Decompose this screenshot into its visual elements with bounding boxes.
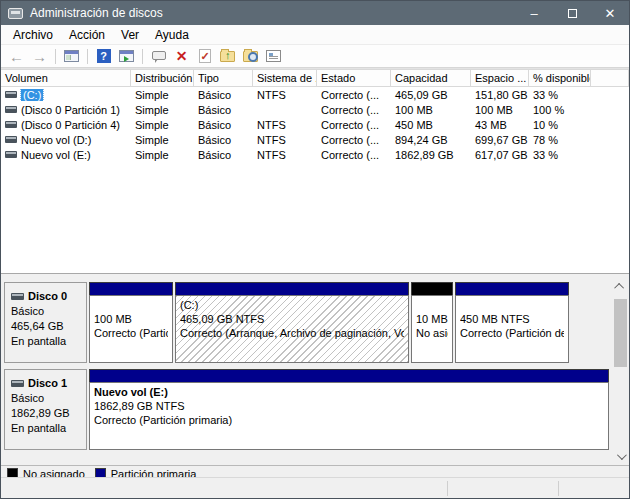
toolbar: ← → ? ✕ [1, 45, 629, 68]
volume-name: Nuevo vol (E:) [21, 149, 91, 161]
back-button[interactable]: ← [6, 47, 27, 66]
type-cell: Básico [194, 119, 253, 131]
table-row[interactable]: (Disco 0 Partición 4)SimpleBásicoNTFSCor… [1, 117, 629, 132]
column-header[interactable]: Tipo [194, 70, 253, 86]
partition-strip: Nuevo vol (E:)1862,89 GB NTFSCorrecto (P… [89, 369, 609, 452]
menu-item-archivo[interactable]: Archivo [5, 26, 61, 44]
disk-icon [11, 293, 24, 300]
partition-name: Nuevo vol (E:) [94, 385, 604, 399]
back-icon: ← [9, 49, 24, 64]
column-header-filler [591, 70, 629, 86]
maximize-button[interactable] [553, 1, 591, 25]
delete-button[interactable]: ✕ [171, 47, 192, 66]
column-header[interactable]: Distribución [131, 70, 194, 86]
screentip-icon [152, 51, 166, 60]
console-tree-button[interactable] [61, 47, 82, 66]
volume-icon [5, 151, 17, 158]
table-row[interactable]: Nuevo vol (D:)SimpleBásicoNTFSCorrecto (… [1, 132, 629, 147]
disk-size: 1862,89 GB [11, 406, 81, 421]
chevron-down-icon [617, 450, 627, 460]
vertical-scrollbar[interactable] [612, 278, 629, 465]
volume-name: (Disco 0 Partición 1) [21, 104, 120, 116]
partition-size: 100 MB [94, 312, 168, 326]
partition-stripe [411, 282, 453, 295]
type-cell: Básico [194, 149, 253, 161]
console-tree-icon [64, 50, 79, 62]
partition[interactable]: 10 MBNo asignado [411, 282, 453, 363]
table-row[interactable]: Nuevo vol (E:)SimpleBásicoNTFSCorrecto (… [1, 147, 629, 162]
column-header[interactable]: % disponible [529, 70, 591, 86]
scroll-down-button[interactable] [612, 448, 629, 465]
partition[interactable]: 450 MB NTFSCorrecto (Partición de [455, 282, 569, 363]
volume-icon [5, 136, 17, 143]
menu-item-ayuda[interactable]: Ayuda [147, 26, 197, 44]
partition-status: Correcto (Partición primaria) [94, 413, 604, 427]
volume-cell: (C:) [1, 89, 131, 101]
disk-title: Disco 1 [11, 376, 81, 391]
table-row[interactable]: (C:)SimpleBásicoNTFSCorrecto (...465,09 … [1, 87, 629, 102]
column-header[interactable]: Estado [317, 70, 391, 86]
free-space-cell: 617,07 GB [471, 149, 529, 161]
disk-status: En pantalla [11, 334, 81, 349]
screentip-button[interactable] [148, 47, 169, 66]
disk-label-0[interactable]: Disco 0Básico465,64 GBEn pantalla [4, 282, 87, 363]
partition[interactable]: Nuevo vol (E:)1862,89 GB NTFSCorrecto (P… [89, 369, 609, 450]
percent-free-cell: 33 % [529, 89, 591, 101]
menu-item-ver[interactable]: Ver [113, 26, 147, 44]
partition-size: 1862,89 GB NTFS [94, 399, 604, 413]
properties-button[interactable] [263, 47, 284, 66]
help-button[interactable]: ? [93, 47, 114, 66]
disk-name: Disco 0 [28, 289, 67, 304]
scrollbar-thumb[interactable] [614, 299, 627, 367]
partition-box: 10 MBNo asignado [411, 295, 453, 363]
volume-icon [5, 106, 17, 113]
action-pane-button[interactable] [116, 47, 137, 66]
layout-cell: Simple [131, 119, 194, 131]
maximize-icon [568, 9, 577, 18]
partition-stripe [455, 282, 569, 295]
table-row[interactable]: (Disco 0 Partición 1)SimpleBásicoCorrect… [1, 102, 629, 117]
statusbar-separator [447, 481, 448, 496]
column-header[interactable]: Espacio ... [471, 70, 529, 86]
status-cell: Correcto (... [317, 89, 391, 101]
app-icon [8, 8, 23, 19]
column-header[interactable]: Sistema de ... [253, 70, 317, 86]
volume-cell: Nuevo vol (E:) [1, 149, 131, 161]
disk-size: 465,64 GB [11, 319, 81, 334]
scroll-up-button[interactable] [612, 278, 629, 295]
folder-search-button[interactable] [240, 47, 261, 66]
layout-cell: Simple [131, 149, 194, 161]
filesystem-cell: NTFS [253, 89, 317, 101]
percent-free-cell: 33 % [529, 149, 591, 161]
partition-status: Correcto (Partición de [460, 326, 564, 340]
disk-icon [11, 380, 24, 387]
partition-name [94, 298, 168, 312]
minimize-button[interactable]: – [515, 1, 553, 25]
toolbar-separator [55, 49, 56, 64]
folder-up-button[interactable] [217, 47, 238, 66]
column-header[interactable]: Capacidad [391, 70, 471, 86]
status-cell: Correcto (... [317, 104, 391, 116]
disk-status: En pantalla [11, 421, 81, 436]
forward-icon: → [32, 49, 47, 64]
toolbar-separator [142, 49, 143, 64]
partition-status: Correcto (Partic [94, 326, 168, 340]
partition[interactable]: 100 MBCorrecto (Partic [89, 282, 173, 363]
check-page-icon [199, 49, 211, 63]
free-space-cell: 699,67 GB [471, 134, 529, 146]
partition-status: No asignado [416, 326, 448, 340]
partition-box: (C:)465,09 GB NTFSCorrecto (Arranque, Ar… [175, 295, 409, 363]
menu-item-acción[interactable]: Acción [61, 26, 113, 44]
capacity-cell: 100 MB [391, 104, 471, 116]
disk-label-1[interactable]: Disco 1Básico1862,89 GBEn pantalla [4, 369, 87, 450]
partition[interactable]: (C:)465,09 GB NTFSCorrecto (Arranque, Ar… [175, 282, 409, 363]
check-button[interactable] [194, 47, 215, 66]
disk-band-0: Disco 0Básico465,64 GBEn pantalla100 MBC… [1, 280, 611, 367]
percent-free-cell: 10 % [529, 119, 591, 131]
forward-button[interactable]: → [29, 47, 50, 66]
close-button[interactable]: ✕ [591, 1, 629, 25]
disk-management-window: Administración de discos – ✕ ArchivoAcci… [0, 0, 630, 499]
column-header[interactable]: Volumen [1, 70, 131, 86]
volume-icon [5, 121, 17, 128]
free-space-cell: 151,80 GB [471, 89, 529, 101]
